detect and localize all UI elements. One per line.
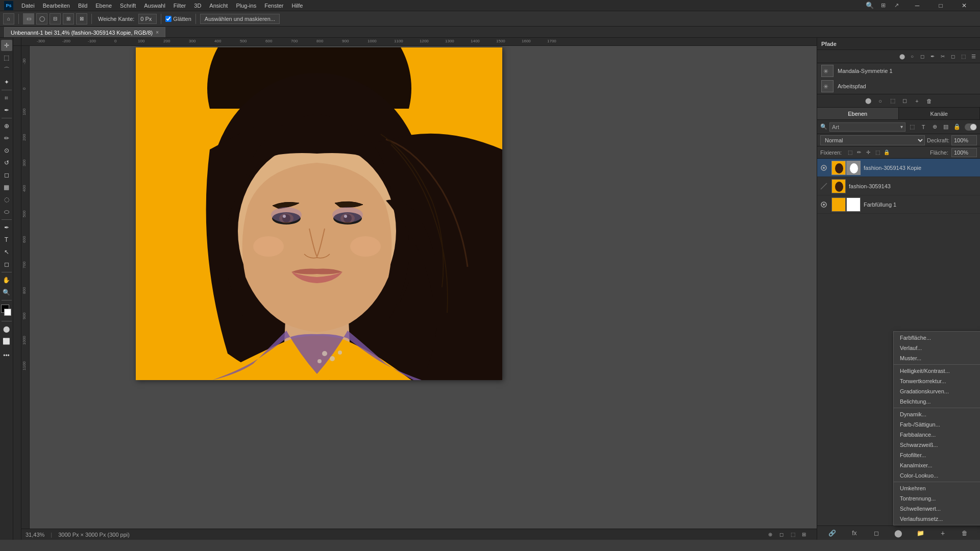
toolbar-single-col[interactable]: ⊞: [63, 13, 74, 24]
minimize-btn[interactable]: ─: [905, 0, 929, 11]
opacity-input[interactable]: [951, 135, 977, 145]
layers-filter-btn5[interactable]: 🔒: [952, 122, 962, 132]
tool-extras1[interactable]: •••: [1, 350, 12, 361]
tab-close-btn[interactable]: ×: [156, 30, 159, 35]
menu-ansicht[interactable]: Ansicht: [205, 0, 232, 11]
tool-clone[interactable]: ⊙: [1, 145, 12, 156]
tool-lasso[interactable]: ⌒: [1, 64, 12, 76]
menu-bearbeiten[interactable]: Bearbeiten: [39, 0, 74, 11]
layers-search-box[interactable]: Art ▾: [829, 122, 905, 132]
adj-gradation[interactable]: Gradationskurven...: [894, 386, 980, 396]
workspace-icon[interactable]: ⊞: [878, 1, 888, 11]
adj-verlauf[interactable]: Verlauf...: [894, 343, 980, 353]
status-icon3[interactable]: ⬚: [788, 530, 797, 539]
layers-btn-group[interactable]: 📁: [916, 528, 926, 538]
adj-colorlookup[interactable]: Color-Lookuo...: [894, 470, 980, 481]
smooth-input[interactable]: [138, 14, 157, 24]
layer-visibility-2[interactable]: [819, 200, 828, 209]
maximize-btn[interactable]: □: [929, 0, 952, 11]
tab-kanaele[interactable]: Kanäle: [899, 108, 981, 119]
adj-farbsattigung[interactable]: Farb-/Sättigun...: [894, 419, 980, 430]
menu-fenster[interactable]: Fenster: [260, 0, 287, 11]
canvas-area[interactable]: -300 -200 -100 0 100 200 300 400 500 600…: [21, 38, 817, 540]
path-item-work[interactable]: ✳ Arbeitspfad: [817, 79, 980, 94]
paths-icon6[interactable]: ◻: [948, 52, 958, 61]
path-btn-stroke[interactable]: ○: [875, 96, 886, 106]
paths-icon3[interactable]: ◻: [918, 52, 927, 61]
tool-pen[interactable]: ✒: [1, 222, 12, 233]
toolbar-single-row[interactable]: ⊟: [50, 13, 61, 24]
paths-icon4[interactable]: ✒: [928, 52, 937, 61]
tool-type[interactable]: T: [1, 234, 12, 245]
adj-farbbalance[interactable]: Farbbalance...: [894, 430, 980, 440]
layers-filter-btn4[interactable]: ▤: [941, 122, 950, 132]
paths-icon5[interactable]: ✂: [938, 52, 947, 61]
layers-btn-fx[interactable]: fx: [849, 528, 860, 538]
share-icon[interactable]: ↗: [891, 1, 901, 11]
status-icon1[interactable]: ⊕: [766, 530, 775, 539]
layer-item-1[interactable]: fashion-3059143: [817, 177, 980, 195]
adj-belichtung[interactable]: Belichtung...: [894, 396, 980, 407]
tool-hand[interactable]: ✋: [1, 274, 12, 286]
tool-magic-wand[interactable]: ✦: [1, 77, 12, 88]
tool-zoom[interactable]: 🔍: [1, 287, 12, 298]
adj-verlaufsumsetz[interactable]: Verlaufsumsetz...: [894, 514, 980, 524]
lock-transparent-btn[interactable]: ⬚: [846, 148, 854, 157]
adj-tontrennung[interactable]: Tontrennung...: [894, 493, 980, 504]
select-mask-button[interactable]: Auswählen und maskieren...: [200, 14, 280, 24]
adj-schwellenwert[interactable]: Schwellenwert...: [894, 504, 980, 514]
layers-filter-btn3[interactable]: ⊕: [930, 122, 939, 132]
paths-icon1[interactable]: ⬤: [897, 52, 906, 61]
tool-healing[interactable]: ⊕: [1, 120, 12, 132]
search-icon[interactable]: 🔍: [865, 1, 875, 11]
tool-eraser[interactable]: ◻: [1, 169, 12, 181]
adj-fotofilter[interactable]: Fotofilter...: [894, 450, 980, 460]
adj-farbflache[interactable]: Farbfläche...: [894, 333, 980, 343]
menu-3d[interactable]: 3D: [190, 0, 205, 11]
status-icon4[interactable]: ⊞: [799, 530, 808, 539]
menu-auswahl[interactable]: Auswahl: [140, 0, 169, 11]
toolbar-selection-rect[interactable]: ▭: [23, 13, 34, 24]
layer-item-0[interactable]: fashion-3059143 Kopie: [817, 159, 980, 177]
lock-image-btn[interactable]: ✏: [855, 148, 863, 157]
adj-kanalmixer[interactable]: Kanalmixer...: [894, 460, 980, 470]
layers-btn-link[interactable]: 🔗: [827, 528, 838, 538]
tool-dodge[interactable]: ⬭: [1, 206, 12, 217]
adj-schwarzweiss[interactable]: Schwarzweiß...: [894, 440, 980, 450]
tool-brush[interactable]: ✏: [1, 133, 12, 144]
toolbar-selection-ellipse[interactable]: ◯: [36, 13, 47, 24]
tool-history-brush[interactable]: ↺: [1, 157, 12, 168]
adj-umkehren[interactable]: Umkehren: [894, 483, 980, 493]
background-color[interactable]: [4, 309, 11, 316]
canvas-content[interactable]: [30, 46, 817, 540]
layers-btn-new[interactable]: +: [938, 528, 948, 538]
tool-shape[interactable]: ◻: [1, 259, 12, 270]
layers-btn-mask[interactable]: ◻: [871, 528, 881, 538]
tool-blur[interactable]: ◌: [1, 194, 12, 205]
path-btn-mask[interactable]: ◻: [900, 96, 910, 106]
layers-filter-btn1[interactable]: ⬚: [908, 122, 917, 132]
lock-all-btn[interactable]: 🔒: [883, 148, 891, 157]
tool-quick-mask[interactable]: ⬤: [1, 323, 12, 335]
paths-icon7[interactable]: ⬚: [959, 52, 968, 61]
blend-mode-select[interactable]: Normal Multiplizieren Negativ multiplizi…: [820, 135, 925, 145]
layers-filter-toggle[interactable]: [965, 123, 977, 131]
smooth-checkbox[interactable]: [165, 16, 172, 22]
layer-item-2[interactable]: Farbfüllung 1: [817, 195, 980, 214]
menu-hilfe[interactable]: Hilfe: [287, 0, 307, 11]
adj-muster[interactable]: Muster...: [894, 353, 980, 363]
close-btn[interactable]: ✕: [952, 0, 976, 11]
layer-visibility-1[interactable]: [819, 182, 828, 191]
menu-schrift[interactable]: Schrift: [116, 0, 140, 11]
adj-tonwert[interactable]: Tonwertkorrektur...: [894, 376, 980, 386]
tool-path-select[interactable]: ↖: [1, 246, 12, 258]
menu-plugins[interactable]: Plug-ins: [232, 0, 260, 11]
adj-helligkeit[interactable]: Helligkeit/Kontrast...: [894, 366, 980, 376]
toolbar-home[interactable]: ⌂: [3, 13, 14, 24]
tab-ebenen[interactable]: Ebenen: [817, 108, 899, 119]
layers-btn-adjustment[interactable]: ⬤: [893, 528, 903, 538]
layers-filter-btn2[interactable]: T: [919, 122, 928, 132]
lock-position-btn[interactable]: ✛: [864, 148, 872, 157]
document-tab[interactable]: Unbenannt-1 bei 31,4% (fashion-3059143 K…: [4, 27, 165, 37]
tool-screen-mode[interactable]: ⬜: [1, 336, 12, 347]
